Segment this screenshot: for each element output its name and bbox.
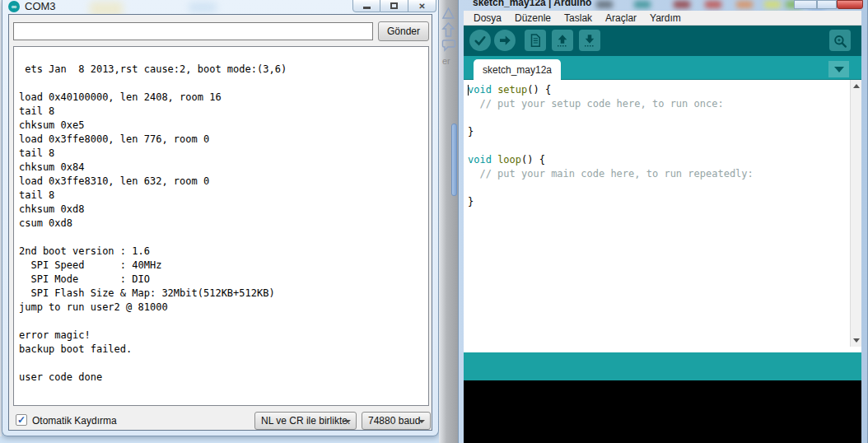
baud-rate-dropdown[interactable]: 74880 baud xyxy=(362,412,431,430)
maximize-icon xyxy=(390,2,398,9)
arduino-ide-window: sketch_may12a | Arduino DosyaDüzenleTasl… xyxy=(458,0,868,443)
chevron-down-icon xyxy=(834,67,844,72)
code-line xyxy=(468,139,754,153)
triangle-up-icon xyxy=(853,84,860,88)
code-line: void loop() { xyxy=(468,153,754,167)
send-button[interactable]: Gönder xyxy=(378,21,429,41)
serial-monitor-button[interactable] xyxy=(829,30,851,51)
code-line: // put your setup code here, to run once… xyxy=(468,97,754,111)
code-line: // put your main code here, to run repea… xyxy=(468,167,754,181)
serial-send-input[interactable] xyxy=(13,22,373,40)
line-ending-dropdown[interactable]: NL ve CR ile birlikte. xyxy=(254,412,357,430)
maximize-button[interactable] xyxy=(380,0,408,12)
minimize-button[interactable] xyxy=(352,0,380,12)
ide-minimize-button[interactable] xyxy=(794,0,817,9)
menu-item-taslak[interactable]: Taslak xyxy=(558,12,599,24)
tab-bar: sketch_may12a xyxy=(464,56,861,80)
glass-reflection xyxy=(596,1,613,8)
code-line: } xyxy=(468,125,754,139)
glass-reflection xyxy=(705,1,721,8)
glass-reflection xyxy=(634,1,651,8)
glass-reflection xyxy=(764,1,781,8)
background-window-strip: er xyxy=(439,0,458,443)
ide-close-button[interactable] xyxy=(837,0,863,9)
upload-icon xyxy=(497,33,512,48)
arduino-app-icon: ∞ xyxy=(8,1,20,12)
glass-reflection xyxy=(674,1,690,8)
upload-button[interactable] xyxy=(494,30,516,51)
background-scrollbar-thumb xyxy=(451,124,457,196)
serial-monitor-titlebar[interactable]: ∞ COM3 ✕ xyxy=(2,0,438,14)
code-line: void setup() { xyxy=(468,83,754,97)
code-line: } xyxy=(468,195,754,209)
serial-monitor-client: Gönder ets Jan 8 2013,rst cause:2, boot … xyxy=(8,14,432,431)
menu-item-dosya[interactable]: Dosya xyxy=(467,12,508,24)
ide-toolbar xyxy=(464,26,861,56)
new-sketch-icon xyxy=(528,33,543,48)
minimize-icon xyxy=(363,7,371,9)
save-button[interactable] xyxy=(579,30,600,51)
autoscroll-checkbox[interactable]: ✓ xyxy=(16,414,27,426)
code-area: void setup() { // put your setup code he… xyxy=(468,83,754,209)
code-line xyxy=(468,181,754,195)
verify-button[interactable] xyxy=(469,30,491,51)
triangle-down-icon xyxy=(853,338,860,343)
ide-maximize-button[interactable] xyxy=(817,0,837,9)
new-sketch-button[interactable] xyxy=(525,30,546,51)
menu-item-düzenle[interactable]: Düzenle xyxy=(508,12,558,24)
background-partial-text: er xyxy=(442,56,450,66)
scroll-up-button[interactable] xyxy=(851,80,861,92)
glass-reflection xyxy=(189,2,217,12)
open-icon xyxy=(555,33,570,48)
chevron-down-icon xyxy=(344,420,351,423)
serial-monitor-window: ∞ COM3 ✕ Gönder ets Jan 8 2013,rst cause… xyxy=(2,0,439,436)
verify-icon xyxy=(473,33,488,48)
menu-bar: DosyaDüzenleTaslakAraçlarYardım xyxy=(464,11,861,26)
ide-titlebar[interactable]: sketch_may12a | Arduino xyxy=(458,0,868,11)
ide-status-bar xyxy=(464,352,861,380)
baud-rate-value: 74880 baud xyxy=(368,415,420,427)
editor-scrollbar[interactable] xyxy=(850,80,861,347)
open-button[interactable] xyxy=(552,30,573,51)
autoscroll-label[interactable]: Otomatik Kaydırma xyxy=(32,415,117,427)
close-icon: ✕ xyxy=(418,2,425,11)
arrow-up-icon xyxy=(441,22,455,38)
serial-monitor-bottombar: ✓ Otomatik Kaydırma NL ve CR ile birlikt… xyxy=(9,410,432,431)
serial-output-area[interactable]: ets Jan 8 2013,rst cause:2, boot mode:(3… xyxy=(13,46,429,406)
serial-output-text: ets Jan 8 2013,rst cause:2, boot mode:(3… xyxy=(14,47,428,385)
serial-monitor-icon xyxy=(833,33,848,49)
chevron-down-icon xyxy=(418,420,425,423)
line-ending-value: NL ve CR ile birlikte. xyxy=(261,415,350,427)
code-line xyxy=(468,111,754,125)
ide-window-title: sketch_may12a | Arduino xyxy=(473,0,591,8)
code-editor[interactable]: void setup() { // put your setup code he… xyxy=(464,80,861,352)
save-icon xyxy=(582,33,597,48)
menu-item-yardım[interactable]: Yardım xyxy=(643,12,688,24)
triangle-icon xyxy=(441,7,455,21)
tab-menu-button[interactable] xyxy=(828,61,849,77)
glass-reflection xyxy=(736,1,753,8)
speech-bubble-icon xyxy=(441,39,456,52)
tab-sketch[interactable]: sketch_may12a xyxy=(474,59,561,80)
scroll-down-button[interactable] xyxy=(851,334,861,347)
ide-console xyxy=(464,380,861,443)
ide-content: DosyaDüzenleTaslakAraçlarYardım xyxy=(464,11,861,443)
menu-item-araçlar[interactable]: Araçlar xyxy=(599,12,643,24)
window-title: COM3 xyxy=(25,0,56,12)
close-button[interactable]: ✕ xyxy=(408,0,436,12)
